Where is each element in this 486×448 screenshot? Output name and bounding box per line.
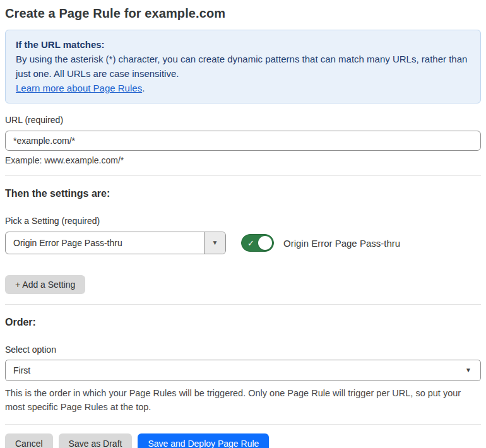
- save-deploy-button[interactable]: Save and Deploy Page Rule: [138, 433, 269, 448]
- setting-select[interactable]: Origin Error Page Pass-thru ▼: [5, 232, 226, 254]
- setting-toggle-label: Origin Error Page Pass-thru: [283, 238, 400, 249]
- setting-toggle[interactable]: ✓: [241, 234, 274, 252]
- order-helper-text: This is the order in which your Page Rul…: [5, 386, 481, 414]
- setting-select-value: Origin Error Page Pass-thru: [6, 238, 204, 248]
- save-draft-button[interactable]: Save as Draft: [59, 433, 133, 448]
- cancel-button[interactable]: Cancel: [5, 433, 53, 448]
- learn-more-link[interactable]: Learn more about Page Rules: [16, 83, 142, 93]
- check-icon: ✓: [247, 239, 254, 247]
- url-input[interactable]: [5, 131, 481, 151]
- order-select[interactable]: First ▼: [5, 360, 481, 381]
- info-box-body: By using the asterisk (*) character, you…: [16, 52, 470, 81]
- order-select-label: Select option: [5, 345, 481, 355]
- info-box-heading: If the URL matches:: [16, 37, 470, 52]
- setting-select-arrow-button[interactable]: ▼: [204, 232, 225, 254]
- info-box-link-row: Learn more about Page Rules.: [16, 81, 470, 95]
- footer-actions: Cancel Save as Draft Save and Deploy Pag…: [5, 433, 481, 448]
- divider: [5, 304, 481, 305]
- divider: [5, 424, 481, 425]
- toggle-knob: [258, 236, 272, 250]
- setting-row: Origin Error Page Pass-thru ▼ ✓ Origin E…: [5, 232, 481, 254]
- caret-down-icon: ▼: [212, 240, 218, 246]
- order-select-value: First: [13, 365, 465, 375]
- caret-down-icon: ▼: [465, 367, 471, 374]
- divider: [5, 175, 481, 176]
- order-section-heading: Order:: [5, 317, 481, 328]
- create-page-rule-form: Create a Page Rule for example.com If th…: [0, 0, 486, 448]
- link-suffix-text: .: [142, 83, 145, 93]
- page-title: Create a Page Rule for example.com: [5, 5, 481, 21]
- settings-section-heading: Then the settings are:: [5, 188, 481, 199]
- url-helper-text: Example: www.example.com/*: [5, 155, 481, 165]
- pick-setting-label: Pick a Setting (required): [5, 216, 481, 226]
- add-setting-button[interactable]: + Add a Setting: [5, 275, 85, 294]
- url-label: URL (required): [5, 115, 481, 125]
- url-match-info-box: If the URL matches: By using the asteris…: [5, 30, 481, 103]
